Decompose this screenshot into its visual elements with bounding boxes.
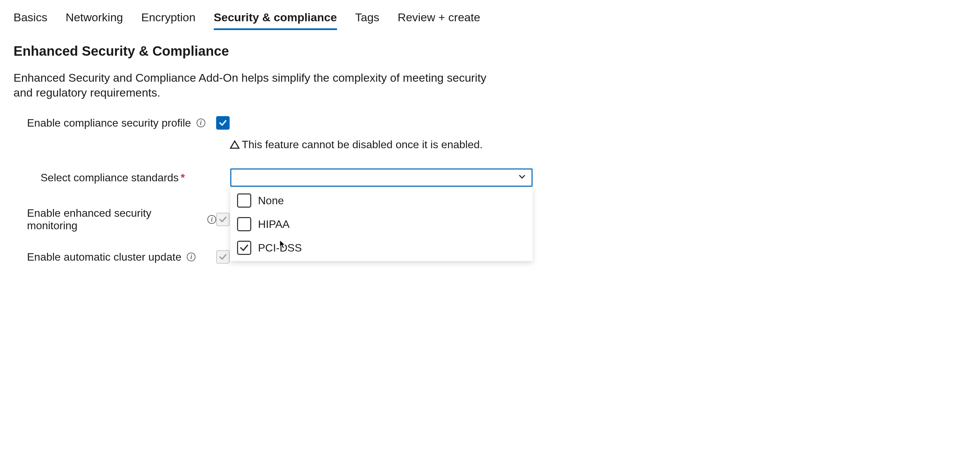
row-compliance-standards: Select compliance standards * None HIPAA <box>14 169 966 187</box>
label-enable-compliance-profile: Enable compliance security profile i <box>27 117 216 129</box>
warning-icon <box>230 140 240 150</box>
option-hipaa[interactable]: HIPAA <box>230 212 533 236</box>
option-checkbox[interactable] <box>237 217 251 231</box>
option-pci-dss[interactable]: PCI-DSS <box>230 236 533 259</box>
checkmark-icon <box>239 219 249 229</box>
label-text: Select compliance standards <box>41 172 179 184</box>
checkmark-icon <box>239 243 249 253</box>
checkmark-icon <box>218 119 227 127</box>
compliance-standards-select[interactable] <box>230 169 533 187</box>
info-icon[interactable]: i <box>197 119 205 127</box>
label-text: Enable automatic cluster update <box>27 251 181 263</box>
warning-text: This feature cannot be disabled once it … <box>242 138 482 151</box>
option-none[interactable]: None <box>230 189 533 212</box>
compliance-standards-select-wrapper: None HIPAA PCI-DSS <box>230 169 533 187</box>
info-icon[interactable]: i <box>187 253 196 261</box>
checkmark-icon <box>218 215 227 224</box>
required-asterisk: * <box>181 172 185 184</box>
checkmark-icon <box>218 253 227 261</box>
row-enable-compliance-profile: Enable compliance security profile i <box>14 116 966 130</box>
option-label: None <box>258 194 284 207</box>
option-checkbox[interactable] <box>237 241 251 255</box>
tab-tags[interactable]: Tags <box>355 7 380 30</box>
label-text: Enable compliance security profile <box>27 117 191 129</box>
option-checkbox[interactable] <box>237 194 251 208</box>
checkbox-enable-compliance-profile[interactable] <box>216 116 230 130</box>
tab-basics[interactable]: Basics <box>14 7 47 30</box>
tab-review-create[interactable]: Review + create <box>398 7 480 30</box>
checkbox-auto-cluster-update <box>216 250 230 264</box>
option-label: PCI-DSS <box>258 242 302 254</box>
tab-security-compliance[interactable]: Security & compliance <box>214 7 337 30</box>
label-enhanced-monitoring: Enable enhanced security monitoring i <box>27 207 216 232</box>
compliance-standards-dropdown: None HIPAA PCI-DSS <box>230 188 533 261</box>
label-text: Enable enhanced security monitoring <box>27 207 202 232</box>
label-auto-cluster-update: Enable automatic cluster update i <box>27 251 216 263</box>
tab-encryption[interactable]: Encryption <box>141 7 196 30</box>
tab-networking[interactable]: Networking <box>65 7 123 30</box>
checkbox-enhanced-monitoring <box>216 213 230 226</box>
warning-feature-permanent: This feature cannot be disabled once it … <box>230 138 966 151</box>
form-tabs: Basics Networking Encryption Security & … <box>14 7 966 30</box>
info-icon[interactable]: i <box>207 215 216 224</box>
chevron-down-icon <box>517 172 527 184</box>
section-description: Enhanced Security and Compliance Add-On … <box>14 70 493 100</box>
section-title: Enhanced Security & Compliance <box>14 43 966 59</box>
option-label: HIPAA <box>258 218 290 231</box>
label-compliance-standards: Select compliance standards * <box>41 172 216 184</box>
checkmark-icon <box>239 196 249 205</box>
